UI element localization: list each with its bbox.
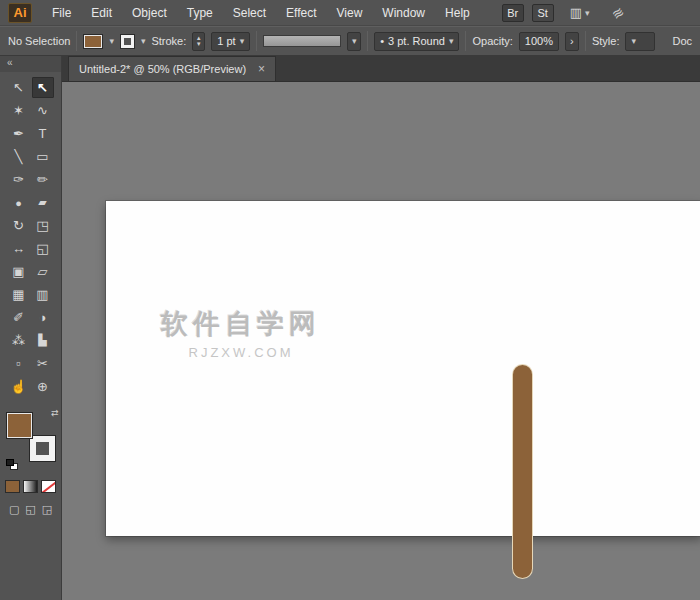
document-tab-bar: Untitled-2* @ 50% (RGB/Preview) ×	[62, 56, 700, 82]
opacity-value: 100%	[525, 35, 553, 47]
drawn-stick-shape[interactable]	[512, 364, 533, 579]
tool-eraser[interactable]: ▰	[32, 192, 54, 213]
chevron-down-icon: ▾	[449, 36, 454, 46]
stroke-indicator-hole	[36, 442, 49, 455]
watermark-text: 软件自学网	[156, 306, 326, 342]
watermark: 软件自学网 RJZXW.COM	[156, 306, 326, 360]
chevron-down-icon: ▾	[352, 36, 357, 46]
tool-scale[interactable]: ◳	[32, 215, 54, 236]
color-button[interactable]	[5, 480, 20, 493]
menu-help[interactable]: Help	[435, 0, 480, 26]
menu-select[interactable]: Select	[223, 0, 276, 26]
chevron-down-icon: ▾	[585, 8, 590, 18]
tool-gradient[interactable]: ▥	[32, 284, 54, 305]
gradient-button[interactable]	[23, 480, 38, 493]
draw-normal-icon[interactable]: ▢	[9, 503, 19, 516]
tool-mesh[interactable]: ▦	[8, 284, 30, 305]
tool-line-segment[interactable]: ╲	[8, 146, 30, 167]
stepper-down-icon[interactable]: ▼	[196, 41, 202, 47]
bridge-button[interactable]: Br	[502, 4, 524, 22]
style-dropdown[interactable]: ▾	[625, 32, 655, 51]
draw-behind-icon[interactable]: ◱	[25, 503, 35, 516]
tool-direct-selection[interactable]: ↖	[32, 77, 54, 98]
tool-pencil[interactable]: ✏	[32, 169, 54, 190]
stroke-weight-dropdown[interactable]: 1 pt ▾	[211, 32, 250, 51]
tool-lasso[interactable]: ∿	[32, 100, 54, 121]
stroke-indicator[interactable]	[29, 435, 56, 462]
selection-status: No Selection	[8, 35, 70, 47]
toolbar-collapse-button[interactable]: «	[0, 56, 61, 72]
sync-icon[interactable]: ≋	[608, 3, 627, 23]
default-fill-mini	[6, 459, 14, 466]
app-logo[interactable]: Ai	[8, 3, 32, 23]
menu-bar: Ai File Edit Object Type Select Effect V…	[0, 0, 700, 26]
tool-paintbrush[interactable]: ✑	[8, 169, 30, 190]
tool-grid: ↖ ↖ ✶ ∿ ✒ T ╲ ▭ ✑ ✏ ● ▰ ↻ ◳ ↔ ◱ ▣ ▱ ▦ ▥ …	[7, 76, 55, 398]
tool-hand[interactable]: ☝	[8, 376, 30, 397]
draw-inside-icon[interactable]: ◲	[42, 503, 52, 516]
workspace-icon: ▥	[570, 5, 582, 20]
tool-blend[interactable]: ◑	[32, 307, 54, 328]
menu-window[interactable]: Window	[372, 0, 435, 26]
variable-width-profile[interactable]	[263, 35, 341, 47]
canvas-area[interactable]: 软件自学网 RJZXW.COM	[62, 82, 700, 600]
separator	[367, 31, 368, 51]
style-label: Style:	[592, 35, 620, 47]
opacity-panel-button[interactable]: ›	[565, 32, 579, 51]
control-bar: No Selection ▾ ▾ Stroke: ▲ ▼ 1 pt ▾ ▾ • …	[0, 26, 700, 56]
tool-column-graph[interactable]: ▙	[32, 330, 54, 351]
tool-blob-brush[interactable]: ●	[8, 192, 30, 213]
stroke-label: Stroke:	[151, 35, 186, 47]
tool-shape-builder[interactable]: ▣	[8, 261, 30, 282]
menu-effect[interactable]: Effect	[276, 0, 326, 26]
chevron-down-icon: ▾	[631, 36, 636, 46]
watermark-url: RJZXW.COM	[156, 345, 326, 360]
tools-panel: « ↖ ↖ ✶ ∿ ✒ T ╲ ▭ ✑ ✏ ● ▰ ↻ ◳ ↔ ◱ ▣ ▱ ▦ …	[0, 56, 62, 600]
menu-object[interactable]: Object	[122, 0, 177, 26]
width-profile-dropdown[interactable]: ▾	[347, 32, 361, 51]
tool-symbol-sprayer[interactable]: ⁂	[8, 330, 30, 351]
artboard[interactable]: 软件自学网 RJZXW.COM	[106, 201, 700, 536]
tool-rectangle[interactable]: ▭	[32, 146, 54, 167]
swap-fill-stroke-icon[interactable]: ⇄	[51, 408, 59, 418]
chevron-down-icon: ▾	[240, 36, 245, 46]
drawing-mode-buttons: ▢ ◱ ◲	[0, 503, 61, 516]
stroke-weight-stepper[interactable]: ▲ ▼	[192, 32, 205, 51]
separator	[465, 31, 466, 51]
tool-free-transform[interactable]: ◱	[32, 238, 54, 259]
default-fill-stroke-icon[interactable]	[6, 459, 18, 470]
chevron-down-icon[interactable]: ▾	[141, 36, 146, 46]
document-setup-button[interactable]: Doc	[672, 35, 692, 47]
menu-edit[interactable]: Edit	[81, 0, 122, 26]
workspace-switcher[interactable]: ▥ ▾	[570, 5, 590, 20]
tool-eyedropper[interactable]: ✐	[8, 307, 30, 328]
paint-style-buttons	[0, 480, 61, 493]
close-icon[interactable]: ×	[258, 62, 265, 76]
tool-magic-wand[interactable]: ✶	[8, 100, 30, 121]
brush-preview-dot: •	[380, 35, 384, 47]
opacity-input[interactable]: 100%	[519, 32, 559, 51]
fill-color-swatch[interactable]	[83, 34, 103, 49]
separator	[76, 31, 77, 51]
fill-indicator[interactable]	[6, 412, 33, 439]
menu-view[interactable]: View	[327, 0, 373, 26]
brush-definition-dropdown[interactable]: • 3 pt. Round ▾	[374, 32, 459, 51]
tool-slice[interactable]: ✂	[32, 353, 54, 374]
stroke-color-swatch[interactable]	[120, 34, 135, 49]
none-button[interactable]	[41, 480, 56, 493]
tool-zoom[interactable]: ⊕	[32, 376, 54, 397]
tool-perspective-grid[interactable]: ▱	[32, 261, 54, 282]
tool-type[interactable]: T	[32, 123, 54, 144]
tool-artboard[interactable]: ▫	[8, 353, 30, 374]
separator	[256, 31, 257, 51]
tool-rotate[interactable]: ↻	[8, 215, 30, 236]
document-tab[interactable]: Untitled-2* @ 50% (RGB/Preview) ×	[68, 56, 276, 81]
menu-file[interactable]: File	[42, 0, 81, 26]
tool-selection[interactable]: ↖	[8, 77, 30, 98]
chevron-down-icon[interactable]: ▾	[109, 36, 114, 46]
tool-width[interactable]: ↔	[8, 238, 30, 259]
stock-button[interactable]: St	[532, 4, 554, 22]
menu-type[interactable]: Type	[177, 0, 223, 26]
tool-pen[interactable]: ✒	[8, 123, 30, 144]
stroke-weight-value: 1 pt	[217, 35, 235, 47]
